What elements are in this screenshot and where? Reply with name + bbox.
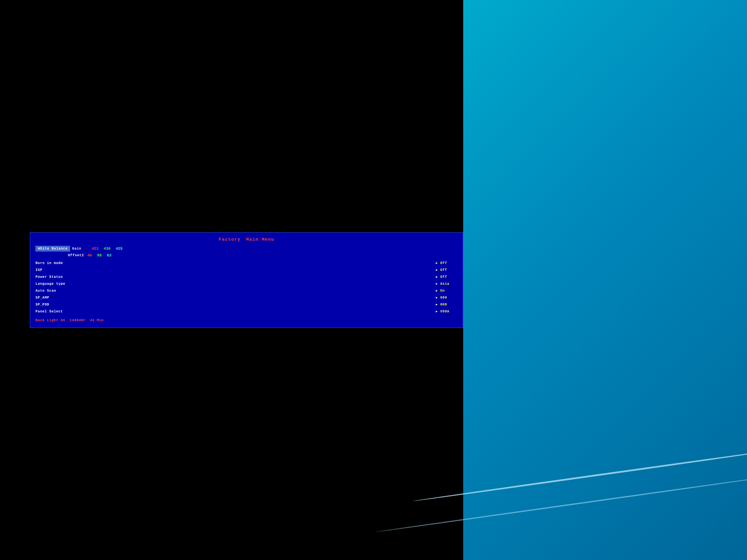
menu-items-list: Burn in mode►OffISP►OffPower Status►OffL…: [35, 260, 457, 315]
menu-item-label-3: Language type: [35, 282, 92, 286]
arrow-value-group-0: ►Off: [92, 261, 457, 265]
menu-item-value-6: 000: [440, 303, 458, 306]
menu-item-label-0: Burn in mode: [35, 261, 92, 265]
offset2-green: 98: [97, 253, 102, 258]
gain-green: 430: [104, 246, 111, 251]
cyan-background: [463, 0, 747, 560]
backlight-label: Back Light On: [35, 318, 65, 322]
screen-background: Factory Main Menu White Balance Gain 423…: [0, 0, 747, 560]
menu-row[interactable]: SP_AMP►000: [35, 294, 457, 301]
offset2-cyan: 63: [107, 253, 111, 258]
factory-label: Factory: [219, 237, 240, 242]
menu-item-label-7: Panel Select: [35, 310, 92, 314]
arrow-icon-6: ►: [436, 303, 438, 306]
backlight-hours: 14494Hr: [70, 318, 85, 322]
arrow-value-group-6: ►000: [92, 303, 457, 306]
white-balance-label[interactable]: White Balance: [35, 246, 70, 251]
offset2-values: 40 98 63: [87, 253, 111, 258]
arrow-icon-3: ►: [436, 282, 438, 286]
factory-menu: Factory Main Menu White Balance Gain 423…: [30, 232, 463, 328]
menu-item-value-1: Off: [440, 268, 458, 272]
gain-values: 423 430 425: [92, 246, 123, 251]
white-balance-section: White Balance Gain 423 430 425 Offset2 4…: [35, 246, 457, 258]
menu-item-value-4: On: [440, 289, 458, 293]
menu-item-value-5: 000: [440, 296, 458, 300]
menu-row[interactable]: Panel Select►V00A: [35, 308, 457, 315]
menu-row[interactable]: Burn in mode►Off: [35, 260, 457, 267]
menu-row[interactable]: Auto Scan►On: [35, 287, 457, 294]
backlight-row: Back Light On 14494Hr 43 Min: [35, 318, 457, 322]
offset2-red: 40: [87, 253, 92, 258]
arrow-icon-7: ►: [436, 310, 438, 313]
menu-item-label-2: Power Status: [35, 275, 92, 279]
offset2-label: Offset2: [68, 254, 87, 257]
menu-title: Factory Main Menu: [35, 237, 457, 242]
menu-item-label-5: SP_AMP: [35, 296, 92, 300]
menu-row[interactable]: SP_POD►000: [35, 301, 457, 308]
gain-red: 423: [92, 246, 99, 251]
arrow-value-group-5: ►000: [92, 296, 457, 300]
menu-item-value-2: Off: [440, 275, 458, 279]
gain-cyan: 425: [115, 246, 123, 251]
menu-row[interactable]: Language type►Asia: [35, 281, 457, 287]
gain-label: Gain: [72, 247, 92, 250]
arrow-value-group-7: ►V00A: [92, 310, 457, 314]
main-menu-label: Main Menu: [246, 237, 274, 242]
menu-item-value-7: V00A: [440, 310, 458, 314]
arrow-icon-0: ►: [436, 261, 438, 265]
menu-item-label-4: Auto Scan: [35, 289, 92, 293]
arrow-icon-5: ►: [436, 296, 438, 299]
menu-item-value-3: Asia: [440, 282, 458, 286]
menu-row[interactable]: Power Status►Off: [35, 273, 457, 281]
backlight-minutes: 43 Min: [90, 318, 104, 322]
arrow-icon-4: ►: [436, 289, 438, 293]
arrow-icon-1: ►: [436, 268, 438, 272]
menu-item-label-6: SP_POD: [35, 303, 92, 306]
gain-row: White Balance Gain 423 430 425: [35, 246, 457, 251]
menu-item-value-0: Off: [440, 261, 458, 265]
arrow-value-group-3: ►Asia: [92, 282, 457, 286]
arrow-icon-2: ►: [436, 275, 438, 279]
arrow-value-group-1: ►Off: [92, 268, 457, 272]
menu-item-label-1: ISP: [35, 268, 92, 272]
arrow-value-group-2: ►Off: [92, 275, 457, 279]
offset2-row: Offset2 40 98 63: [35, 253, 457, 258]
arrow-value-group-4: ►On: [92, 289, 457, 293]
menu-row[interactable]: ISP►Off: [35, 267, 457, 273]
